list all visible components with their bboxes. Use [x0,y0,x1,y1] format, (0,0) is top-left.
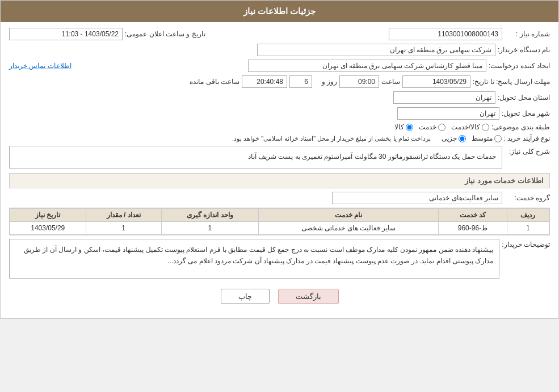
radio-kala-khedmat-label: کالا/خدمت [451,123,480,131]
row-sharh: شرح کلی نیاز: خدمات حمل یک دستگاه ترانسف… [9,146,550,168]
tarikh-value: 1403/05/22 - 11:03 [9,28,123,40]
bottom-buttons: بازگشت چاپ [9,282,550,313]
tosiyeh-value: پیشنهاد دهنده ضمن ممهور نمودن کلیه مدارک… [9,239,499,279]
radio-mottasat[interactable]: متوسط [472,134,502,142]
radio-jozii-label: جزیی [442,134,457,142]
radio-khedmat-label: خدمت [419,123,436,131]
row-nooe: نوع فرآیند خرید : متوسط جزیی پرداخت تمام… [9,134,550,142]
service-info-title: اطلاعات خدمات مورد نیاز [9,173,550,188]
ijad-value: مینا فضلو کارشناس شرکت سهامی برق منطقه ا… [248,60,486,72]
row-ostan: استان محل تحویل: تهران [9,91,550,104]
radio-kala-khedmat-input[interactable] [482,124,489,131]
main-content: شماره نیاز : 1103001008000143 تاریخ و سا… [1,22,558,318]
shahr-value: تهران [397,107,499,120]
sharh-value: خدمات حمل یک دستگاه ترانسفورماتور 30 مگا… [9,146,502,168]
cell-vahed: 1 [161,222,258,235]
tabaqe-label: طبقه بندی موضوعی: [491,123,550,131]
cell-naam: سایر فعالیت های خدماتی شخصی [258,222,439,235]
services-table-wrapper: ردیف کد خدمت نام خدمت واحد اندازه گیری ت… [9,208,550,235]
radio-jozii-input[interactable] [459,135,466,142]
nooe-note: پرداخت تمام یا بخشی از مبلغ خریدار از مح… [232,135,431,142]
row-tosiyeh: توضیحات خریدار: پیشنهاد دهنده ضمن ممهور … [9,239,550,279]
rooz-label: روز و [314,78,337,86]
tabaqe-radio-group: کالا/خدمت خدمت کالا [394,123,489,131]
cell-tarikh: 1403/05/29 [10,222,86,235]
row-tabaqe: طبقه بندی موضوعی: کالا/خدمت خدمت کالا [9,123,550,131]
group-value: سایر فعالیت‌های خدماتی [332,192,502,204]
cell-radif: 1 [507,222,549,235]
nooe-radio-group: متوسط جزیی [442,134,502,142]
ostan-label: استان محل تحویل: [498,94,550,102]
cell-tedad: 1 [86,222,161,235]
shomare-niaz-value: 1103001008000143 [389,28,502,40]
col-kod: کد خدمت [439,209,507,222]
radio-khedmat[interactable]: خدمت [419,123,445,131]
sharh-label: شرح کلی نیاز: [505,146,550,155]
mohlat-remaining-label: ساعت باقی مانده [188,78,239,86]
col-tedad: تعداد / مقدار [86,209,161,222]
nam-dastgah-value: شرکت سهامی برق منطقه ای تهران [257,44,495,56]
col-tarikh: تاریخ نیاز [10,209,86,222]
radio-jozii[interactable]: جزیی [442,134,466,142]
row-mohlat: مهلت ارسال پاسخ: تا تاریخ: 1403/05/29 سا… [9,75,550,88]
row-nam-dastgah: نام دستگاه خریدار: شرکت سهامی برق منطقه … [9,44,550,56]
radio-mottasat-label: متوسط [472,134,493,142]
row-shomare-tarikh: شماره نیاز : 1103001008000143 تاریخ و سا… [9,28,550,40]
radio-kala-input[interactable] [406,124,413,131]
shomare-niaz-label: شماره نیاز : [505,30,550,38]
cell-kod: ط-96-960 [439,222,507,235]
radio-khedmat-input[interactable] [438,124,445,131]
mohlat-label: مهلت ارسال پاسخ: تا تاریخ: [473,78,550,86]
mohlat-rooz: 6 [289,75,312,88]
row-shahr: شهر محل تحویل: تهران [9,107,550,120]
tarikh-label: تاریخ و ساعت اعلان عمومی: [125,30,205,38]
mohlat-date: 1403/05/29 [402,75,470,88]
group-label: گروه خدمت: [505,194,550,202]
saaat-label: ساعت [381,78,400,86]
services-table: ردیف کد خدمت نام خدمت واحد اندازه گیری ت… [10,208,549,235]
col-radif: ردیف [507,209,549,222]
table-row: 1ط-96-960سایر فعالیت های خدماتی شخصی1114… [10,222,549,235]
back-button[interactable]: بازگشت [278,289,339,304]
shahr-label: شهر محل تحویل: [502,109,550,117]
page-header: جزئیات اطلاعات نیاز [1,1,558,22]
print-button[interactable]: چاپ [221,289,270,304]
radio-kala-khedmat[interactable]: کالا/خدمت [451,123,489,131]
mohlat-saat: 09:00 [339,75,379,88]
col-naam: نام خدمت [258,209,439,222]
mohlat-remaining: 20:40:48 [242,75,287,88]
page-wrapper: جزئیات اطلاعات نیاز شماره نیاز : 1103001… [0,0,559,319]
row-group: گروه خدمت: سایر فعالیت‌های خدماتی [9,192,550,204]
ostan-value: تهران [393,91,495,104]
ettelaat-tamas-link[interactable]: اطلاعات تماس خریدار [9,62,72,70]
radio-kala[interactable]: کالا [394,123,413,131]
page-title: جزئیات اطلاعات نیاز [243,6,316,16]
radio-mottasat-input[interactable] [494,135,502,142]
row-ijad: ایجاد کننده درخواست: مینا فضلو کارشناس ش… [9,60,550,72]
nooe-label: نوع فرآیند خرید : [504,134,550,142]
radio-kala-label: کالا [394,123,404,131]
nam-dastgah-label: نام دستگاه خریدار: [498,46,550,54]
ijad-label: ایجاد کننده درخواست: [489,62,550,70]
tosiyeh-label: توضیحات خریدار: [502,239,550,248]
col-vahed: واحد اندازه گیری [161,209,258,222]
